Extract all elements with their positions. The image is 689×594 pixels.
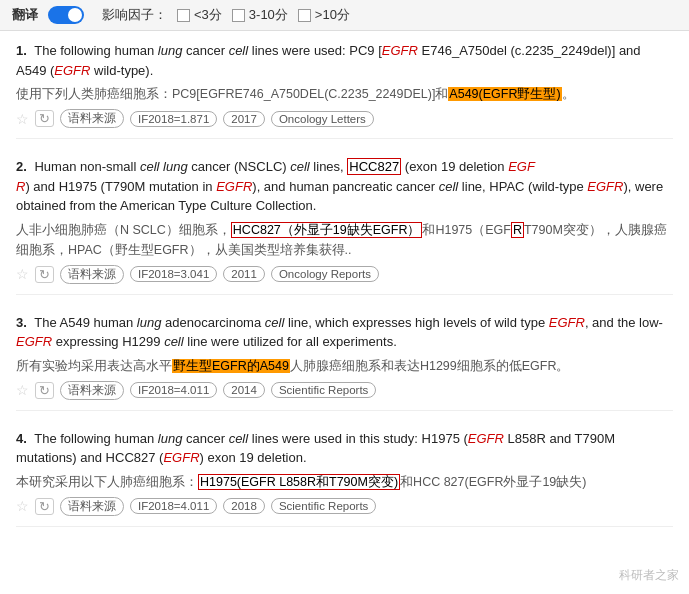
result-4: 4. The following human lung cancer cell … (16, 429, 673, 527)
result-4-star[interactable]: ☆ (16, 498, 29, 514)
result-3-year-tag: 2014 (223, 382, 265, 398)
result-1-en: 1. The following human lung cancer cell … (16, 41, 673, 80)
result-1-zh: 使用下列人类肺癌细胞系：PC9[EGFRE746_A750DEL(C.2235_… (16, 84, 673, 104)
result-2-zh-highlight1: HCC827（外显子19缺失EGFR） (231, 222, 423, 238)
translate-toggle[interactable] (48, 6, 84, 24)
filter-label: 影响因子： (102, 6, 167, 24)
result-3-refresh[interactable]: ↻ (35, 382, 54, 399)
result-1-if-tag: IF2018=1.871 (130, 111, 217, 127)
result-3-cell1: cell (265, 315, 285, 330)
result-4-zh-highlight: H1975(EGFR L858R和T790M突变) (198, 474, 400, 490)
result-4-en: 4. The following human lung cancer cell … (16, 429, 673, 468)
result-4-num: 4. (16, 431, 27, 446)
result-2-cell-lung: cell lung (140, 159, 188, 174)
results-content: 1. The following human lung cancer cell … (0, 31, 689, 555)
result-1-zh-highlight: A549(EGFR野生型) (448, 87, 561, 101)
result-2-meta: ☆ ↻ 语料来源 IF2018=3.041 2011 Oncology Repo… (16, 265, 673, 284)
watermark: 科研者之家 (619, 567, 679, 584)
result-1-num: 1. (16, 43, 27, 58)
filter-3-10-label: 3-10分 (249, 6, 288, 24)
result-3-gene1: EGFR (549, 315, 585, 330)
result-1-lung1: lung (158, 43, 183, 58)
filter-lt3-label: <3分 (194, 6, 222, 24)
filter-3-10-checkbox[interactable] (232, 9, 245, 22)
result-3-lung1: lung (137, 315, 162, 330)
result-4-journal-tag[interactable]: Scientific Reports (271, 498, 376, 514)
result-2-source-tag[interactable]: 语料来源 (60, 265, 124, 284)
result-3-cell2: cell (164, 334, 184, 349)
result-3-source-tag[interactable]: 语料来源 (60, 381, 124, 400)
result-4-year-tag: 2018 (223, 498, 265, 514)
result-2-num: 2. (16, 159, 27, 174)
result-2: 2. Human non-small cell lung cancer (NSC… (16, 157, 673, 295)
result-1-year-tag: 2017 (223, 111, 265, 127)
result-3-num: 3. (16, 315, 27, 330)
result-2-en: 2. Human non-small cell lung cancer (NSC… (16, 157, 673, 216)
filter-gt10-label: >10分 (315, 6, 350, 24)
result-1-cell1: cell (229, 43, 249, 58)
result-4-zh: 本研究采用以下人肺癌细胞系：H1975(EGFR L858R和T790M突变)和… (16, 472, 673, 492)
result-2-gene1: EGFR (16, 159, 535, 194)
result-4-lung1: lung (158, 431, 183, 446)
result-1: 1. The following human lung cancer cell … (16, 41, 673, 139)
filter-gt10-checkbox[interactable] (298, 9, 311, 22)
result-2-zh: 人非小细胞肺癌（N SCLC）细胞系，HCC827（外显子19缺失EGFR）和H… (16, 220, 673, 260)
result-3-zh: 所有实验均采用表达高水平野生型EGFR的A549人肺腺癌细胞系和表达H1299细… (16, 356, 673, 376)
filter-3-10[interactable]: 3-10分 (232, 6, 288, 24)
result-3-en: 3. The A549 human lung adenocarcinoma ce… (16, 313, 673, 352)
result-3-gene2: EGFR (16, 334, 52, 349)
result-3-journal-tag[interactable]: Scientific Reports (271, 382, 376, 398)
result-2-if-tag: IF2018=3.041 (130, 266, 217, 282)
result-2-zh-highlight2: R (511, 222, 524, 238)
result-1-meta: ☆ ↻ 语料来源 IF2018=1.871 2017 Oncology Lett… (16, 109, 673, 128)
filter-lt3-checkbox[interactable] (177, 9, 190, 22)
result-2-cell1: cell (290, 159, 310, 174)
top-bar: 翻译 影响因子： <3分 3-10分 >10分 (0, 0, 689, 31)
result-4-gene1: EGFR (468, 431, 504, 446)
result-3-zh-highlight: 野生型EGFR的A549 (172, 359, 290, 373)
result-1-gene1: EGFR (382, 43, 418, 58)
result-2-journal-tag[interactable]: Oncology Reports (271, 266, 379, 282)
result-3-if-tag: IF2018=4.011 (130, 382, 217, 398)
result-4-if-tag: IF2018=4.011 (130, 498, 217, 514)
result-2-refresh[interactable]: ↻ (35, 266, 54, 283)
result-3: 3. The A549 human lung adenocarcinoma ce… (16, 313, 673, 411)
result-4-meta: ☆ ↻ 语料来源 IF2018=4.011 2018 Scientific Re… (16, 497, 673, 516)
result-2-gene3: EGFR (587, 179, 623, 194)
result-2-gene2: EGFR (216, 179, 252, 194)
result-4-source-tag[interactable]: 语料来源 (60, 497, 124, 516)
result-4-gene2: EGFR (163, 450, 199, 465)
result-4-refresh[interactable]: ↻ (35, 498, 54, 515)
result-1-journal-tag[interactable]: Oncology Letters (271, 111, 374, 127)
result-1-star[interactable]: ☆ (16, 111, 29, 127)
result-3-meta: ☆ ↻ 语料来源 IF2018=4.011 2014 Scientific Re… (16, 381, 673, 400)
result-2-hcc827-highlight: HCC827 (347, 158, 401, 175)
result-1-refresh[interactable]: ↻ (35, 110, 54, 127)
translate-label: 翻译 (12, 6, 38, 24)
result-2-star[interactable]: ☆ (16, 266, 29, 282)
result-1-gene2: EGFR (54, 63, 90, 78)
result-2-cell2: cell (439, 179, 459, 194)
result-3-star[interactable]: ☆ (16, 382, 29, 398)
filter-gt10[interactable]: >10分 (298, 6, 350, 24)
result-4-cell1: cell (229, 431, 249, 446)
result-2-year-tag: 2011 (223, 266, 265, 282)
result-1-source-tag[interactable]: 语料来源 (60, 109, 124, 128)
filter-lt3[interactable]: <3分 (177, 6, 222, 24)
